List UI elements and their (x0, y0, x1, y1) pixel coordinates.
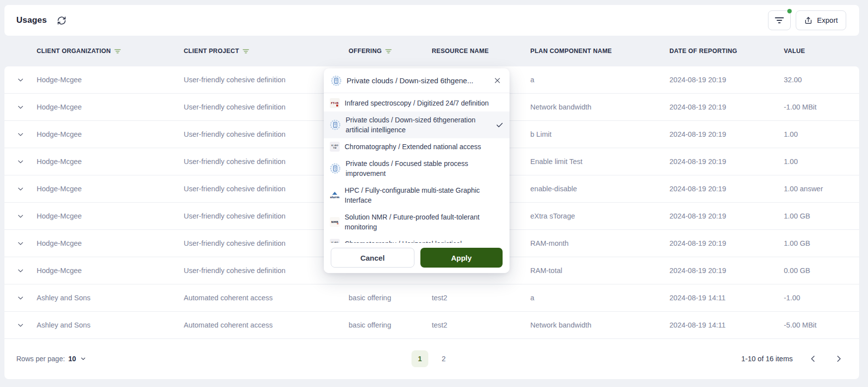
nmr-icon: NMR (330, 217, 340, 227)
cell-value: 1.00 answer (784, 185, 859, 193)
apply-button[interactable]: Apply (420, 248, 503, 268)
chevron-down-icon (16, 294, 25, 302)
cell-client-project: Automated coherent access (184, 321, 349, 329)
row-expand-button[interactable] (4, 239, 37, 248)
offering-search-input[interactable]: Private clouds / Down-sized 6thgene... (347, 76, 485, 85)
row-expand-button[interactable] (4, 130, 37, 139)
previous-page-button[interactable] (808, 353, 818, 364)
column-header-plan[interactable]: PLAN COMPONENT NAME (530, 48, 669, 55)
next-page-button[interactable] (833, 353, 844, 364)
filter-popup-footer: Cancel Apply (324, 243, 510, 273)
chevron-right-icon (834, 354, 843, 363)
cell-plan-component-name: Network bandwidth (530, 321, 669, 329)
cell-resource-name: test2 (432, 321, 530, 329)
row-expand-button[interactable] (4, 321, 37, 330)
chevron-down-icon (16, 76, 25, 84)
cell-client-organization: Hodge-Mcgee (37, 103, 184, 111)
offering-option[interactable]: IC-ROTD Chromatography / Extended nation… (324, 138, 510, 155)
filter-icon (774, 16, 784, 24)
cell-value: -5.00 MBit (784, 321, 859, 329)
offering-option-label: Private clouds / Down-sized 6thgeneratio… (346, 115, 491, 135)
column-filter-icon[interactable] (385, 49, 392, 54)
offering-option[interactable]: slurm HPC / Fully-configurable multi-sta… (324, 182, 510, 209)
row-expand-button[interactable] (4, 158, 37, 166)
page-title: Usages (16, 15, 47, 25)
filters-button[interactable] (768, 10, 791, 30)
offering-option[interactable]: FT-IR Infrared spectroscopy / Digitized … (324, 95, 510, 111)
pagination-bar: Rows per page: 10 12 1-10 of 16 items (4, 339, 859, 379)
cell-offering: basic offering (349, 321, 432, 329)
cell-date-of-reporting: 2024-08-19 20:19 (669, 130, 784, 138)
cell-plan-component-name: Enable limit Test (530, 158, 669, 166)
column-header-offering[interactable]: OFFERING (349, 48, 432, 55)
cell-value: 1.00 GB (784, 212, 859, 220)
cell-plan-component-name: enable-disable (530, 185, 669, 193)
column-header-label: OFFERING (349, 48, 382, 55)
table-row: Ashley and Sons Automated coherent acces… (4, 284, 859, 312)
chevron-down-icon (80, 355, 87, 362)
cell-date-of-reporting: 2024-08-19 20:19 (669, 185, 784, 193)
offering-option-label: Chromatography / Extended national acces… (345, 142, 481, 152)
column-header-project[interactable]: CLIENT PROJECT (184, 48, 349, 55)
row-expand-button[interactable] (4, 212, 37, 221)
offering-option[interactable]: Private clouds / Focused stable process … (324, 155, 510, 182)
cell-plan-component-name: RAM-total (530, 267, 669, 275)
cell-client-organization: Ashley and Sons (37, 321, 184, 329)
cell-client-organization: Hodge-Mcgee (37, 267, 184, 275)
offering-filter-popup: Private clouds / Down-sized 6thgene... F… (324, 68, 510, 273)
chromatography-icon: IC-ROTD (330, 142, 340, 152)
column-header-label: VALUE (784, 48, 805, 55)
clear-selection-button[interactable] (490, 73, 505, 88)
export-label: Export (817, 16, 838, 24)
top-toolbar: Usages Export (4, 5, 859, 36)
column-header-value[interactable]: VALUE (784, 48, 859, 55)
private-clouds-icon (330, 163, 341, 174)
column-header-resource[interactable]: RESOURCE NAME (432, 48, 530, 55)
slurm-icon: slurm (330, 190, 340, 200)
column-header-org[interactable]: CLIENT ORGANIZATION (37, 48, 184, 55)
offering-option-list: FT-IR Infrared spectroscopy / Digitized … (324, 93, 510, 243)
offering-option[interactable]: NMR Solution NMR / Future-proofed fault-… (324, 209, 510, 235)
export-button[interactable]: Export (796, 10, 846, 30)
offering-option[interactable]: Private clouds / Down-sized 6thgeneratio… (324, 111, 510, 138)
cell-date-of-reporting: 2024-08-19 20:19 (669, 239, 784, 247)
cell-plan-component-name: Network bandwidth (530, 103, 669, 111)
page-button-1[interactable]: 1 (411, 350, 428, 367)
chevron-down-icon (16, 103, 25, 111)
page-button-2[interactable]: 2 (435, 350, 452, 367)
pagination-right: 1-10 of 16 items (741, 353, 844, 364)
column-filter-icon[interactable] (243, 49, 249, 54)
chevron-down-icon (16, 267, 25, 275)
column-header-label: RESOURCE NAME (432, 48, 489, 55)
active-filter-indicator-dot (787, 9, 792, 13)
chevron-down-icon (16, 239, 25, 248)
private-clouds-icon (331, 75, 342, 86)
cell-value: 1.00 (784, 158, 859, 166)
offering-search-row: Private clouds / Down-sized 6thgene... (324, 68, 510, 93)
offering-option-label: Private clouds / Focused stable process … (346, 159, 504, 178)
rows-per-page-value: 10 (68, 355, 76, 363)
rows-per-page-select[interactable]: Rows per page: 10 (16, 355, 87, 363)
chevron-down-icon (16, 185, 25, 193)
column-header-label: CLIENT ORGANIZATION (37, 48, 111, 55)
cell-date-of-reporting: 2024-08-19 20:19 (669, 267, 784, 275)
cell-plan-component-name: eXtra sTorage (530, 212, 669, 220)
row-expand-button[interactable] (4, 103, 37, 111)
cancel-button[interactable]: Cancel (331, 248, 414, 268)
check-icon (496, 121, 504, 129)
row-expand-button[interactable] (4, 185, 37, 193)
page-buttons: 12 (411, 350, 452, 367)
row-expand-button[interactable] (4, 76, 37, 84)
column-filter-icon[interactable] (114, 49, 121, 54)
row-expand-button[interactable] (4, 267, 37, 275)
offering-option[interactable]: IC-ROTD Chromatography / Horizontal logi… (324, 235, 510, 243)
cell-value: 1.00 (784, 130, 859, 138)
column-header-date[interactable]: DATE OF REPORTING (669, 48, 784, 55)
ftir-icon: FT-IR (330, 98, 340, 108)
offering-option-label: Solution NMR / Future-proofed fault-tole… (345, 212, 504, 232)
cell-resource-name: test2 (432, 294, 530, 302)
refresh-button[interactable] (56, 15, 67, 26)
cell-value: 0.00 GB (784, 267, 859, 275)
cell-client-project: Automated coherent access (184, 294, 349, 302)
row-expand-button[interactable] (4, 294, 37, 302)
